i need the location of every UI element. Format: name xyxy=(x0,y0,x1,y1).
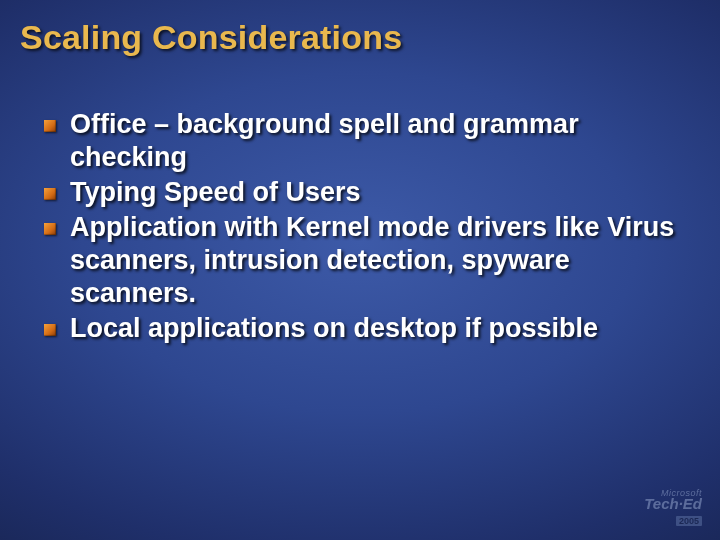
bullet-text: Local applications on desktop if possibl… xyxy=(70,312,598,345)
brand-year-badge: 2005 xyxy=(676,516,702,526)
slide-title: Scaling Considerations xyxy=(20,18,402,57)
bullet-text: Application with Kernel mode drivers lik… xyxy=(70,211,690,310)
list-item: Office – background spell and grammar ch… xyxy=(44,108,690,174)
slide: Scaling Considerations Office – backgrou… xyxy=(0,0,720,540)
bullet-icon xyxy=(44,223,56,235)
brand-main-text: Tech·Ed xyxy=(644,497,702,511)
bullet-list: Office – background spell and grammar ch… xyxy=(44,108,690,347)
bullet-icon xyxy=(44,324,56,336)
bullet-text: Typing Speed of Users xyxy=(70,176,361,209)
bullet-icon xyxy=(44,188,56,200)
bullet-text: Office – background spell and grammar ch… xyxy=(70,108,690,174)
footer-branding: Microsoft Tech·Ed 2005 xyxy=(644,488,702,529)
list-item: Application with Kernel mode drivers lik… xyxy=(44,211,690,310)
list-item: Typing Speed of Users xyxy=(44,176,690,209)
bullet-icon xyxy=(44,120,56,132)
list-item: Local applications on desktop if possibl… xyxy=(44,312,690,345)
